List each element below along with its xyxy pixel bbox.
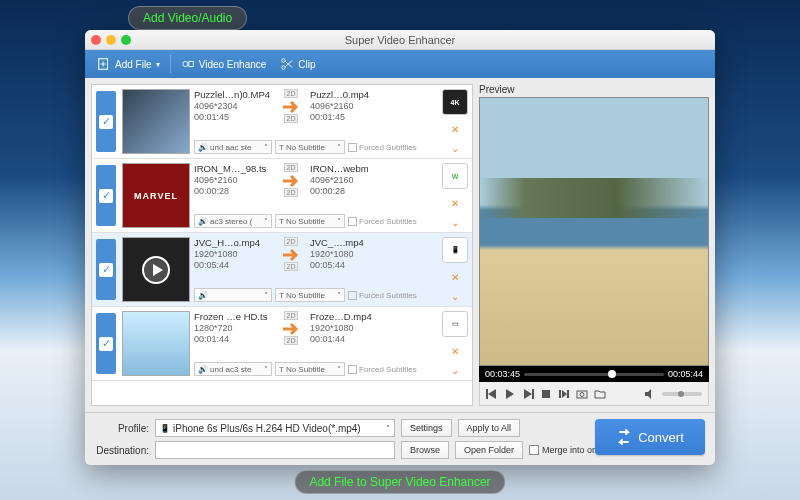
subtitle-select[interactable]: TNo Subtitle˅	[275, 140, 345, 154]
preview-panel: Preview 00:03:45 00:05:44	[479, 84, 709, 406]
subtitle-select[interactable]: TNo Subtitle˅	[275, 214, 345, 228]
chevron-down-icon: ˅	[337, 217, 341, 226]
file-row[interactable]: ✓ MARVEL IRON_M…_98.ts 4096*2160 00:00:2…	[92, 159, 472, 233]
dst-2d-badge: 2D	[284, 188, 299, 197]
dst-2d-badge: 2D	[284, 336, 299, 345]
file-list[interactable]: ✓ Puzzlel…n)0.MP4 4096*2304 00:01:45 2D …	[91, 84, 473, 406]
remove-row-button[interactable]: ✕	[451, 346, 459, 357]
src-filename: Puzzlel…n)0.MP4	[194, 89, 272, 100]
forced-subtitles-checkbox[interactable]: Forced Subtitles	[348, 362, 417, 376]
apply-all-button[interactable]: Apply to All	[458, 419, 521, 437]
profile-select[interactable]: 📱 iPhone 6s Plus/6s H.264 HD Video(*.mp4…	[155, 419, 395, 437]
stop-icon[interactable]	[540, 388, 552, 400]
subtitle-icon: T	[279, 365, 284, 374]
annotation-add-file-wide: Add File to Super Video Enhancer	[294, 470, 505, 494]
dst-2d-badge: 2D	[284, 114, 299, 123]
clip-button[interactable]: Clip	[276, 54, 319, 74]
settings-button[interactable]: Settings	[401, 419, 452, 437]
thumbnail[interactable]	[122, 237, 190, 302]
file-row[interactable]: ✓ Puzzlel…n)0.MP4 4096*2304 00:01:45 2D …	[92, 85, 472, 159]
folder-icon[interactable]	[594, 388, 606, 400]
src-filename: JVC_H…o.mp4	[194, 237, 272, 248]
audio-icon: 🔊	[198, 217, 208, 226]
subtitle-select[interactable]: TNo Subtitle˅	[275, 362, 345, 376]
remove-row-button[interactable]: ✕	[451, 272, 459, 283]
forced-subtitles-checkbox[interactable]: Forced Subtitles	[348, 288, 417, 302]
dst-filename: Froze…D.mp4	[310, 311, 388, 322]
chevron-down-icon: ˅	[337, 143, 341, 152]
forced-label: Forced Subtitles	[359, 365, 417, 374]
expand-row-button[interactable]: ⌄	[451, 143, 459, 154]
row-checkbox[interactable]: ✓	[96, 239, 116, 300]
subtitle-select[interactable]: TNo Subtitle˅	[275, 288, 345, 302]
chevron-down-icon: ˅	[337, 291, 341, 300]
forced-subtitles-checkbox[interactable]: Forced Subtitles	[348, 214, 417, 228]
svg-point-3	[182, 61, 187, 66]
audio-icon: 🔊	[198, 365, 208, 374]
chevron-down-icon: ˅	[337, 365, 341, 374]
add-file-icon	[97, 57, 111, 71]
preview-screen[interactable]	[479, 97, 709, 366]
dst-dimensions: 1920*1080	[310, 323, 388, 333]
browse-button[interactable]: Browse	[401, 441, 449, 459]
svg-rect-17	[567, 390, 569, 398]
src-2d-badge: 2D	[284, 163, 299, 172]
dst-dimensions: 1920*1080	[310, 249, 388, 259]
step-icon[interactable]	[558, 388, 570, 400]
src-duration: 00:00:28	[194, 186, 272, 196]
forced-label: Forced Subtitles	[359, 217, 417, 226]
file-row[interactable]: ✓ Frozen …e HD.ts 1280*720 00:01:44 2D 2…	[92, 307, 472, 381]
dst-filename: JVC_….mp4	[310, 237, 388, 248]
forced-subtitles-checkbox[interactable]: Forced Subtitles	[348, 140, 417, 154]
add-file-chevron-icon: ▾	[156, 60, 160, 69]
profile-value: iPhone 6s Plus/6s H.264 HD Video(*.mp4)	[173, 423, 386, 434]
seek-slider[interactable]	[524, 373, 664, 376]
preview-controls	[479, 382, 709, 406]
format-badge[interactable]: 📱	[442, 237, 468, 263]
format-badge[interactable]: W	[442, 163, 468, 189]
expand-row-button[interactable]: ⌄	[451, 217, 459, 228]
svg-marker-20	[645, 389, 651, 399]
remove-row-button[interactable]: ✕	[451, 198, 459, 209]
thumbnail[interactable]: MARVEL	[122, 163, 190, 228]
row-checkbox[interactable]: ✓	[96, 91, 116, 152]
play-icon[interactable]	[504, 388, 516, 400]
expand-row-button[interactable]: ⌄	[451, 291, 459, 302]
audio-track-select[interactable]: 🔊˅	[194, 288, 272, 302]
expand-row-button[interactable]: ⌄	[451, 365, 459, 376]
dst-dimensions: 4096*2160	[310, 175, 388, 185]
add-file-button[interactable]: Add File ▾	[93, 54, 164, 74]
snapshot-icon[interactable]	[576, 388, 588, 400]
audio-icon: 🔊	[198, 291, 208, 300]
file-row[interactable]: ✓ JVC_H…o.mp4 1920*1080 00:05:44 2D 2D J…	[92, 233, 472, 307]
convert-button[interactable]: Convert	[595, 419, 705, 455]
remove-row-button[interactable]: ✕	[451, 124, 459, 135]
chevron-down-icon: ˅	[264, 143, 268, 152]
svg-rect-4	[189, 61, 193, 66]
destination-input[interactable]	[155, 441, 395, 459]
annotation-add-video: Add Video/Audio	[128, 6, 247, 30]
audio-track-select[interactable]: 🔊und aac ste˅	[194, 140, 272, 154]
dst-duration: 00:05:44	[310, 260, 388, 270]
format-badge[interactable]: 4K	[442, 89, 468, 115]
thumbnail[interactable]	[122, 311, 190, 376]
video-enhance-button[interactable]: Video Enhance	[177, 54, 271, 74]
prev-icon[interactable]	[486, 388, 498, 400]
scissors-icon	[280, 57, 294, 71]
audio-track-select[interactable]: 🔊und ac3 ste˅	[194, 362, 272, 376]
preview-timebar: 00:03:45 00:05:44	[479, 366, 709, 382]
svg-rect-13	[532, 389, 534, 399]
convert-icon	[616, 429, 632, 445]
volume-slider[interactable]	[662, 392, 702, 396]
open-folder-button[interactable]: Open Folder	[455, 441, 523, 459]
volume-icon[interactable]	[644, 388, 656, 400]
next-icon[interactable]	[522, 388, 534, 400]
src-dimensions: 4096*2160	[194, 175, 272, 185]
row-checkbox[interactable]: ✓	[96, 313, 116, 374]
format-badge[interactable]: ▭	[442, 311, 468, 337]
thumbnail[interactable]	[122, 89, 190, 154]
src-dimensions: 4096*2304	[194, 101, 272, 111]
audio-track-select[interactable]: 🔊ac3 stereo (˅	[194, 214, 272, 228]
src-filename: IRON_M…_98.ts	[194, 163, 272, 174]
row-checkbox[interactable]: ✓	[96, 165, 116, 226]
